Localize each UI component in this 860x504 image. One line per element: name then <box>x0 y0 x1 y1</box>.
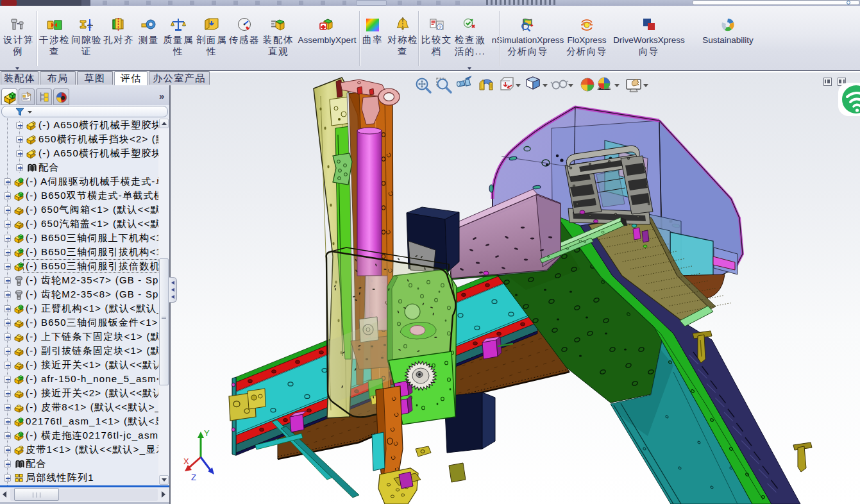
svg-text:Z: Z <box>191 473 196 482</box>
svg-text:Y: Y <box>204 428 210 438</box>
svg-text:X: X <box>183 457 189 466</box>
svg-text:?: ? <box>439 24 442 30</box>
